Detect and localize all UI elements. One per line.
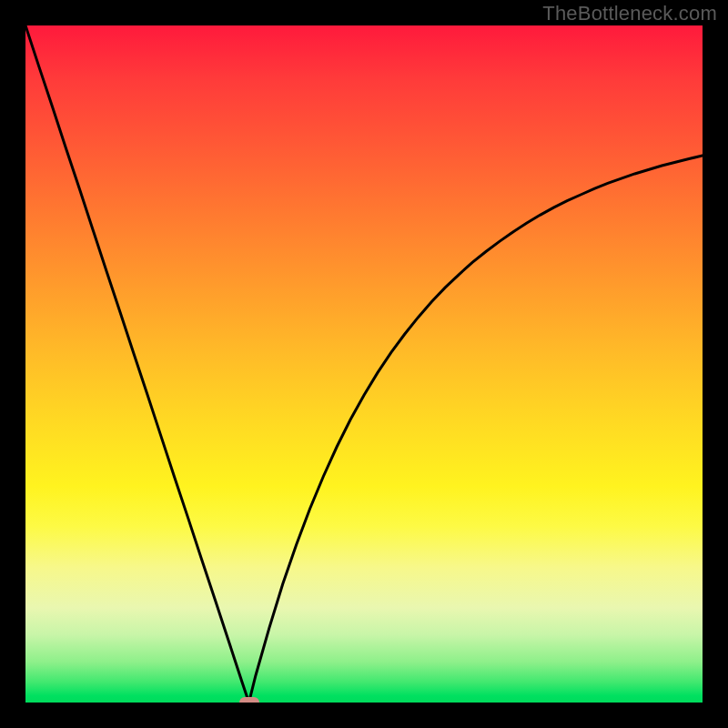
bottleneck-curve [25, 25, 703, 703]
curve-left-branch [25, 25, 249, 703]
curve-right-branch [249, 156, 703, 703]
vertex-marker [239, 697, 259, 703]
plot-area [25, 25, 703, 703]
chart-frame: TheBottleneck.com [0, 0, 728, 728]
watermark-text: TheBottleneck.com [542, 2, 717, 25]
